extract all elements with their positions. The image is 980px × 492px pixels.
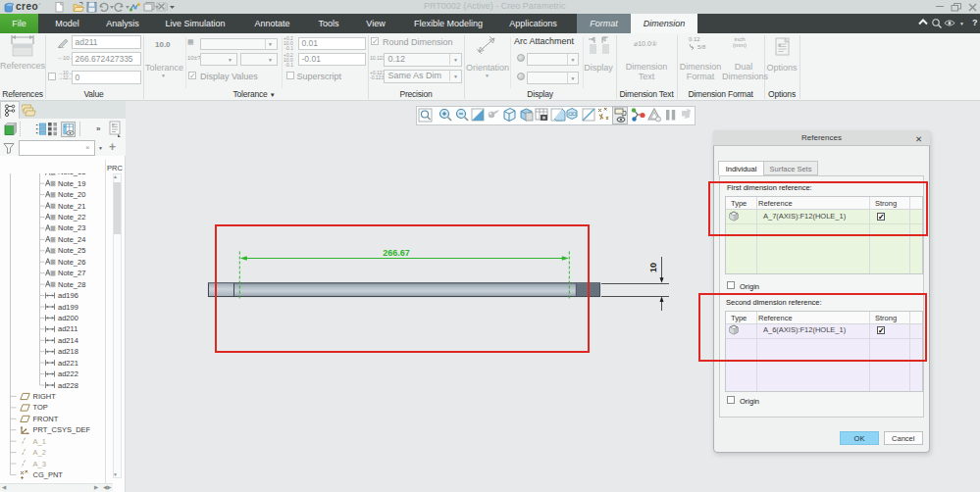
svg-text:10: 10 bbox=[648, 263, 658, 272]
